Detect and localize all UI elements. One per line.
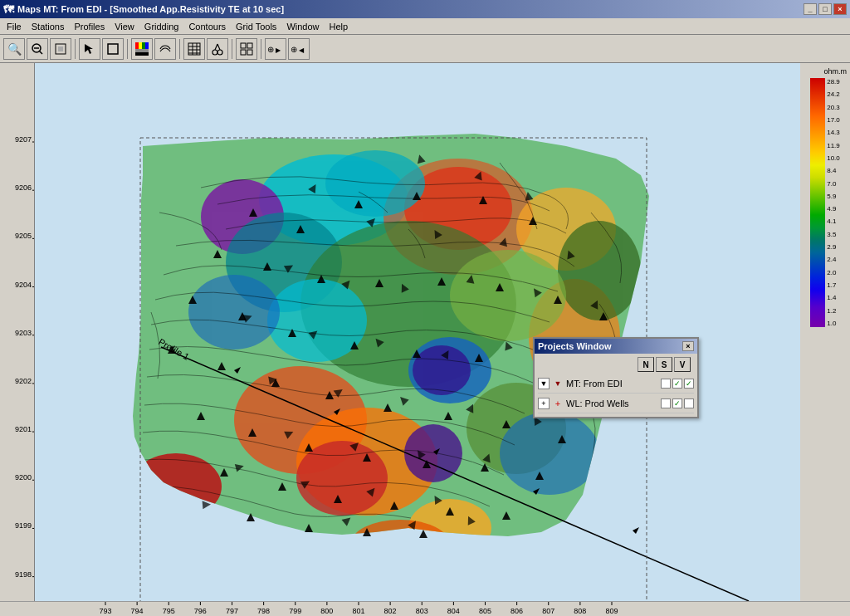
v-button[interactable]: V — [674, 357, 691, 372]
svg-text:797: 797 — [226, 607, 238, 615]
grid-button[interactable] — [236, 38, 257, 60]
s-button[interactable]: S — [656, 357, 672, 372]
svg-text:9205: 9205 — [15, 232, 32, 240]
svg-rect-4 — [58, 46, 63, 51]
svg-rect-9 — [142, 42, 145, 49]
svg-rect-25 — [241, 50, 246, 55]
scale-val-10: 4.9 — [827, 205, 840, 213]
svg-text:9204: 9204 — [15, 281, 32, 289]
svg-text:796: 796 — [194, 607, 207, 615]
scale-val-18: 1.2 — [827, 307, 840, 315]
scale-val-11: 4.1 — [827, 218, 840, 225]
svg-text:9202: 9202 — [15, 377, 32, 385]
svg-rect-6 — [108, 44, 118, 54]
scale-val-0: 28.9 — [827, 78, 840, 86]
close-button[interactable]: × — [833, 3, 847, 15]
svg-text:9199: 9199 — [15, 521, 32, 530]
projects-content: N S V ▼ ▼ MT: From EDI ✓ ✓ — [535, 354, 697, 417]
svg-rect-24 — [247, 43, 252, 48]
projects-close-button[interactable]: × — [682, 341, 694, 351]
svg-text:◀: ◀ — [299, 46, 305, 54]
window-title: Maps MT: From EDI - [Smoothed App.Resist… — [17, 4, 284, 14]
svg-point-66 — [413, 345, 471, 395]
menu-profiles[interactable]: Profiles — [69, 20, 110, 33]
wl-check-s[interactable]: ✓ — [672, 398, 682, 408]
menu-stations[interactable]: Stations — [27, 20, 70, 33]
minimize-button[interactable]: _ — [804, 3, 817, 15]
zoom-extents-button[interactable] — [50, 38, 71, 60]
x-axis-ruler: 7937947957967977987998008018028038048058… — [0, 601, 850, 616]
zoom-out-button[interactable] — [27, 38, 48, 60]
title-bar-controls[interactable]: _ □ × — [804, 3, 847, 15]
nsv-buttons: N S V — [638, 357, 691, 372]
mt-expand[interactable]: ▼ — [538, 378, 550, 389]
menu-file[interactable]: File — [2, 20, 27, 33]
contour-button[interactable] — [154, 38, 176, 60]
maximize-button[interactable]: □ — [818, 3, 832, 15]
menu-bar: File Stations Profiles View Gridding Con… — [0, 18, 850, 35]
scale-val-7: 8.4 — [827, 167, 840, 174]
projects-window: Projects Window × N S V ▼ ▼ — [533, 337, 699, 418]
svg-text:804: 804 — [447, 607, 460, 615]
svg-point-19 — [212, 50, 217, 55]
n-button[interactable]: N — [638, 357, 654, 372]
scale-val-3: 17.0 — [827, 116, 840, 124]
projects-title: Projects Window — [538, 341, 612, 351]
wl-expand[interactable]: + — [538, 398, 550, 409]
mt-checks: ✓ ✓ — [661, 379, 694, 389]
svg-text:808: 808 — [574, 607, 586, 615]
svg-text:806: 806 — [510, 607, 523, 615]
wl-icon: + — [553, 398, 563, 408]
wl-check-v[interactable] — [684, 398, 694, 408]
menu-gridtools[interactable]: Grid Tools — [231, 20, 281, 33]
scale-val-12: 3.5 — [827, 231, 840, 238]
toolbar-separator-3 — [179, 39, 180, 59]
mt-check-s[interactable]: ✓ — [672, 379, 682, 389]
rectangle-button[interactable] — [102, 38, 124, 60]
menu-view[interactable]: View — [110, 20, 139, 33]
menu-contours[interactable]: Contours — [183, 20, 231, 33]
svg-rect-10 — [145, 42, 149, 49]
mt-check-n[interactable] — [661, 379, 671, 389]
wl-check-n[interactable] — [661, 398, 671, 408]
svg-text:▶: ▶ — [276, 46, 281, 54]
svg-rect-11 — [135, 49, 149, 52]
scale-val-5: 11.9 — [827, 142, 840, 149]
menu-window[interactable]: Window — [281, 20, 324, 33]
svg-line-22 — [217, 44, 220, 50]
scale-val-9: 5.9 — [827, 193, 840, 200]
svg-text:805: 805 — [479, 607, 491, 615]
map-area[interactable]: Profile 1 Projects Window × N S — [35, 63, 800, 601]
svg-point-78 — [500, 412, 599, 495]
svg-rect-170 — [810, 78, 825, 327]
project-row-mt: ▼ ▼ MT: From EDI ✓ ✓ — [538, 374, 694, 394]
svg-point-79 — [296, 441, 388, 516]
menu-gridding[interactable]: Gridding — [139, 20, 184, 33]
menu-help[interactable]: Help — [325, 20, 354, 33]
svg-text:9198: 9198 — [15, 570, 32, 579]
svg-point-76 — [450, 250, 566, 341]
project-row-wl: + + WL: Prod Wells ✓ — [538, 394, 694, 413]
marker-b-button[interactable]: ⊕ ◀ — [288, 38, 310, 60]
toolbar-separator-1 — [75, 39, 76, 59]
scissors-button[interactable] — [207, 38, 228, 60]
wl-name: WL: Prod Wells — [566, 398, 657, 408]
mt-check-v[interactable]: ✓ — [684, 379, 694, 389]
title-bar: 🗺 Maps MT: From EDI - [Smoothed App.Resi… — [0, 0, 850, 18]
scale-val-16: 1.7 — [827, 281, 840, 289]
mt-name: MT: From EDI — [566, 379, 657, 389]
svg-point-20 — [217, 50, 222, 55]
svg-text:794: 794 — [131, 607, 144, 615]
projects-title-bar[interactable]: Projects Window × — [535, 339, 697, 354]
table-button[interactable] — [183, 38, 205, 60]
zoom-in-button[interactable]: 🔍 — [3, 38, 25, 60]
marker-a-button[interactable]: ⊕ ▶ — [265, 38, 286, 60]
color-button[interactable] — [131, 38, 153, 60]
toolbar-separator-4 — [232, 39, 232, 59]
toolbar-separator-5 — [261, 39, 261, 59]
svg-text:9200: 9200 — [15, 473, 32, 482]
svg-point-71 — [558, 221, 641, 320]
svg-text:9206: 9206 — [15, 183, 32, 192]
select-button[interactable] — [79, 38, 100, 60]
svg-text:795: 795 — [163, 607, 175, 615]
